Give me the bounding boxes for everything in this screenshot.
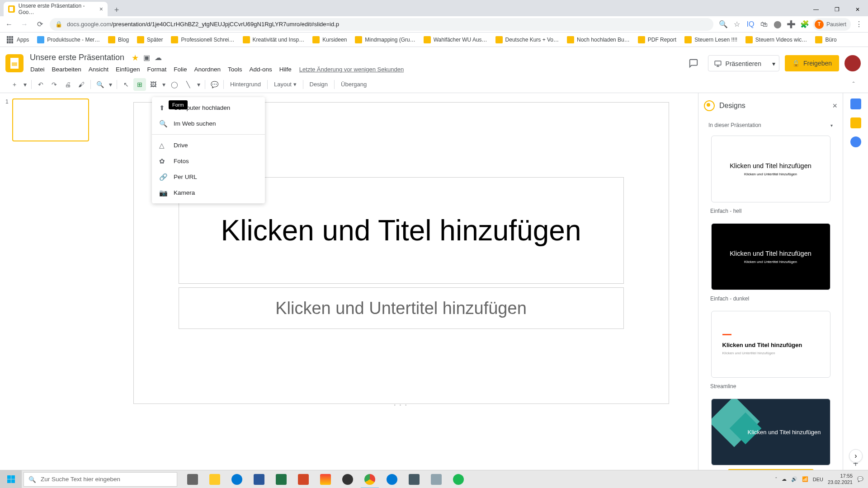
move-icon[interactable]: ▣ xyxy=(143,53,150,62)
bookmark-item[interactable]: Noch hochladen Bu… xyxy=(564,34,633,45)
bookmark-item[interactable]: Deutsche Kurs + Vo… xyxy=(492,34,562,45)
maximize-button[interactable]: ❐ xyxy=(826,3,847,16)
menu-format[interactable]: Format xyxy=(144,64,170,75)
design-card-focus[interactable]: Klicken und Titel hinzufügen xyxy=(711,399,830,465)
menu-anordnen[interactable]: Anordnen xyxy=(191,64,224,75)
dropdown-camera[interactable]: 📷Kamera xyxy=(152,185,265,201)
bookmark-item[interactable]: Büro xyxy=(812,34,840,45)
background-button[interactable]: Hintergrund xyxy=(226,81,264,88)
calendar-addon-icon[interactable] xyxy=(850,99,861,109)
collapse-toolbar-icon[interactable]: ˆ xyxy=(847,78,860,91)
transition-button[interactable]: Übergang xyxy=(337,81,370,88)
last-edit-link[interactable]: Letzte Änderung vor wenigen Sekunden xyxy=(296,64,407,75)
bookmark-item[interactable]: Kursideen xyxy=(309,34,350,45)
shape-tool[interactable]: ◯ xyxy=(168,78,181,91)
dropdown-drive[interactable]: △Drive xyxy=(152,137,265,153)
excel-icon[interactable] xyxy=(270,470,292,488)
zoom-dropdown[interactable]: ▾ xyxy=(107,78,114,91)
task-view-icon[interactable] xyxy=(182,470,203,488)
reload-button[interactable]: ⟳ xyxy=(34,19,45,30)
line-dropdown[interactable]: ▾ xyxy=(195,78,202,91)
layout-button[interactable]: Layout ▾ xyxy=(270,81,300,88)
redo-button[interactable]: ↷ xyxy=(48,78,61,91)
app-icon-3[interactable] xyxy=(425,470,447,488)
zoom-button[interactable]: 🔍 xyxy=(94,78,106,91)
bookmark-star-icon[interactable]: ☆ xyxy=(731,19,742,30)
new-tab-button[interactable]: + xyxy=(110,4,123,16)
document-title[interactable]: Unsere erste Präsentation xyxy=(27,52,127,63)
menu-folie[interactable]: Folie xyxy=(170,64,190,75)
present-button[interactable]: Präsentieren xyxy=(708,56,767,72)
paint-format-button[interactable]: 🖌 xyxy=(75,78,88,91)
start-button[interactable] xyxy=(0,470,22,488)
wifi-icon[interactable]: 📶 xyxy=(802,476,808,482)
menu-addons[interactable]: Add-ons xyxy=(246,64,275,75)
image-tool[interactable]: 🖼 xyxy=(147,78,160,91)
design-card-dark[interactable]: Klicken und Titel hinzufügen Klicken und… xyxy=(711,223,830,290)
menu-ansicht[interactable]: Ansicht xyxy=(85,64,112,75)
edge-icon[interactable] xyxy=(381,470,403,488)
share-button[interactable]: 🔒 Freigeben xyxy=(785,55,839,71)
cloud-status-icon[interactable]: ☁ xyxy=(155,53,162,62)
chrome-icon[interactable] xyxy=(359,470,381,488)
bookmark-item[interactable]: Steuern Lesen !!!! xyxy=(681,34,741,45)
edge-legacy-icon[interactable] xyxy=(226,470,248,488)
design-card-streamline[interactable]: Klicken und Titel hinzufügen Klicken und… xyxy=(711,311,830,378)
minimize-button[interactable]: — xyxy=(806,3,826,16)
new-slide-button[interactable]: + xyxy=(8,78,21,91)
menu-einfuegen[interactable]: Einfügen xyxy=(113,64,143,75)
extension-icon-4[interactable]: ➕ xyxy=(786,19,797,30)
star-icon[interactable]: ★ xyxy=(132,53,139,63)
collapse-side-panel-icon[interactable]: › xyxy=(849,449,863,463)
extensions-menu-icon[interactable]: 🧩 xyxy=(799,19,810,30)
bookmark-item[interactable]: Später xyxy=(134,34,166,45)
menu-bearbeiten[interactable]: Bearbeiten xyxy=(49,64,85,75)
bookmark-item[interactable]: Wahlfächer WU Aus… xyxy=(420,34,491,45)
spotify-icon[interactable] xyxy=(448,470,469,488)
dropdown-web-search[interactable]: 🔍Im Web suchen xyxy=(152,116,265,131)
extension-icon-3[interactable]: ⬤ xyxy=(772,19,783,30)
design-card-light[interactable]: Klicken und Titel hinzufügen Klicken und… xyxy=(711,136,830,202)
dropdown-photos[interactable]: ✿Fotos xyxy=(152,153,265,169)
powerpoint-icon[interactable] xyxy=(292,470,314,488)
bookmark-item[interactable]: Kreativität und Insp… xyxy=(240,34,308,45)
obs-icon[interactable] xyxy=(337,470,359,488)
slides-logo-icon[interactable] xyxy=(5,54,24,72)
onedrive-icon[interactable]: ☁ xyxy=(782,476,787,482)
comments-button[interactable] xyxy=(684,54,703,72)
undo-button[interactable]: ↶ xyxy=(34,78,47,91)
subtitle-placeholder[interactable]: Klicken und Untertitel hinzufügen xyxy=(179,287,624,329)
tray-expand-icon[interactable]: ˆ xyxy=(775,477,777,482)
comment-tool[interactable]: 💬 xyxy=(208,78,221,91)
app-icon[interactable] xyxy=(315,470,336,488)
bookmark-item[interactable]: Professionell Schrei… xyxy=(168,34,237,45)
chrome-menu-icon[interactable]: ⋮ xyxy=(854,19,864,30)
bookmark-item[interactable]: Blog xyxy=(105,34,132,45)
keep-addon-icon[interactable] xyxy=(850,117,861,128)
close-window-button[interactable]: ✕ xyxy=(847,3,868,16)
tab-close-icon[interactable]: × xyxy=(99,5,103,13)
windows-search[interactable]: 🔍Zur Suche Text hier eingeben xyxy=(24,472,177,487)
present-dropdown[interactable]: ▾ xyxy=(769,56,779,72)
extension-icon-1[interactable]: IQ xyxy=(745,19,756,30)
notes-resize-handle[interactable]: • • • xyxy=(394,403,408,408)
slide-thumbnail[interactable] xyxy=(12,99,89,141)
browser-tab[interactable]: Unsere erste Präsentation - Goo… × xyxy=(4,2,108,16)
print-button[interactable]: 🖨 xyxy=(61,78,74,91)
profile-chip[interactable]: T Pausiert xyxy=(813,18,851,31)
file-explorer-icon[interactable] xyxy=(204,470,226,488)
menu-tools[interactable]: Tools xyxy=(225,64,245,75)
bookmark-item[interactable]: Mindmapping (Gru… xyxy=(352,34,418,45)
address-bar[interactable]: 🔒 docs.google.com/presentation/d/1je40CL… xyxy=(50,18,713,31)
volume-icon[interactable]: 🔊 xyxy=(791,476,797,482)
forward-button[interactable]: → xyxy=(19,19,30,30)
word-icon[interactable] xyxy=(248,470,270,488)
extension-icon-2[interactable]: 🛍 xyxy=(759,19,769,30)
menu-datei[interactable]: Datei xyxy=(27,64,48,75)
clock[interactable]: 17:55 23.02.2021 xyxy=(828,473,853,485)
app-icon-2[interactable] xyxy=(403,470,425,488)
textbox-tool[interactable]: ⊞ xyxy=(133,78,146,91)
back-button[interactable]: ← xyxy=(4,19,14,30)
bookmark-item[interactable]: PDF Report xyxy=(635,34,679,45)
bookmark-item[interactable]: Steuern Videos wic… xyxy=(742,34,811,45)
